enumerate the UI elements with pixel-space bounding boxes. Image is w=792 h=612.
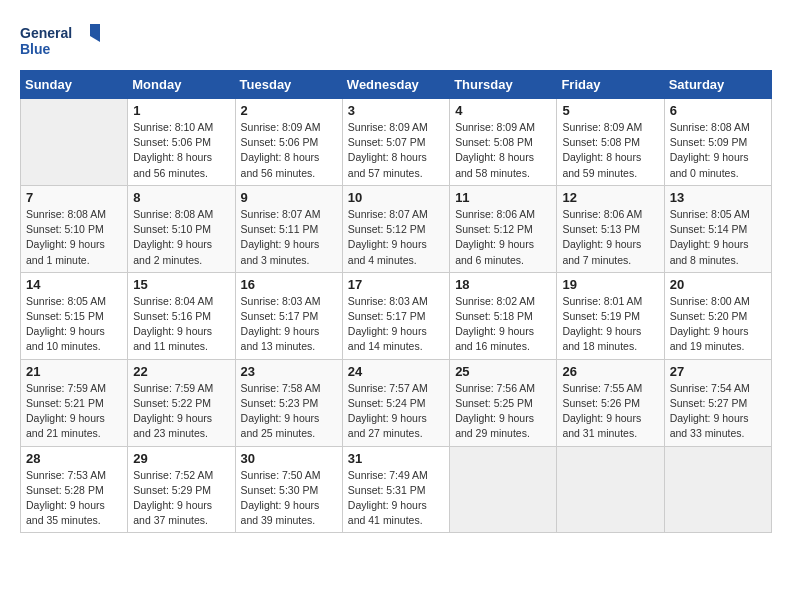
calendar-cell: 13Sunrise: 8:05 AMSunset: 5:14 PMDayligh…	[664, 185, 771, 272]
day-number: 14	[26, 277, 122, 292]
svg-text:Blue: Blue	[20, 41, 51, 57]
cell-info: Sunrise: 7:55 AMSunset: 5:26 PMDaylight:…	[562, 381, 658, 442]
day-number: 18	[455, 277, 551, 292]
calendar-week-row: 14Sunrise: 8:05 AMSunset: 5:15 PMDayligh…	[21, 272, 772, 359]
day-number: 6	[670, 103, 766, 118]
day-number: 7	[26, 190, 122, 205]
cell-info: Sunrise: 8:00 AMSunset: 5:20 PMDaylight:…	[670, 294, 766, 355]
calendar-cell: 29Sunrise: 7:52 AMSunset: 5:29 PMDayligh…	[128, 446, 235, 533]
calendar-cell: 23Sunrise: 7:58 AMSunset: 5:23 PMDayligh…	[235, 359, 342, 446]
weekday-header-saturday: Saturday	[664, 71, 771, 99]
cell-info: Sunrise: 7:49 AMSunset: 5:31 PMDaylight:…	[348, 468, 444, 529]
day-number: 22	[133, 364, 229, 379]
calendar-cell	[450, 446, 557, 533]
cell-info: Sunrise: 8:01 AMSunset: 5:19 PMDaylight:…	[562, 294, 658, 355]
calendar-cell: 17Sunrise: 8:03 AMSunset: 5:17 PMDayligh…	[342, 272, 449, 359]
calendar-cell: 6Sunrise: 8:08 AMSunset: 5:09 PMDaylight…	[664, 99, 771, 186]
day-number: 13	[670, 190, 766, 205]
day-number: 27	[670, 364, 766, 379]
day-number: 10	[348, 190, 444, 205]
cell-info: Sunrise: 7:52 AMSunset: 5:29 PMDaylight:…	[133, 468, 229, 529]
day-number: 28	[26, 451, 122, 466]
calendar-cell: 11Sunrise: 8:06 AMSunset: 5:12 PMDayligh…	[450, 185, 557, 272]
calendar-cell: 31Sunrise: 7:49 AMSunset: 5:31 PMDayligh…	[342, 446, 449, 533]
cell-info: Sunrise: 8:07 AMSunset: 5:11 PMDaylight:…	[241, 207, 337, 268]
svg-marker-2	[90, 24, 100, 42]
day-number: 9	[241, 190, 337, 205]
day-number: 20	[670, 277, 766, 292]
day-number: 26	[562, 364, 658, 379]
calendar-cell: 3Sunrise: 8:09 AMSunset: 5:07 PMDaylight…	[342, 99, 449, 186]
day-number: 4	[455, 103, 551, 118]
calendar-cell	[21, 99, 128, 186]
weekday-header-tuesday: Tuesday	[235, 71, 342, 99]
day-number: 3	[348, 103, 444, 118]
calendar-cell: 24Sunrise: 7:57 AMSunset: 5:24 PMDayligh…	[342, 359, 449, 446]
calendar-cell: 21Sunrise: 7:59 AMSunset: 5:21 PMDayligh…	[21, 359, 128, 446]
cell-info: Sunrise: 7:53 AMSunset: 5:28 PMDaylight:…	[26, 468, 122, 529]
cell-info: Sunrise: 7:54 AMSunset: 5:27 PMDaylight:…	[670, 381, 766, 442]
day-number: 19	[562, 277, 658, 292]
day-number: 12	[562, 190, 658, 205]
logo-svg: General Blue	[20, 20, 100, 64]
cell-info: Sunrise: 7:59 AMSunset: 5:21 PMDaylight:…	[26, 381, 122, 442]
day-number: 24	[348, 364, 444, 379]
day-number: 29	[133, 451, 229, 466]
cell-info: Sunrise: 8:07 AMSunset: 5:12 PMDaylight:…	[348, 207, 444, 268]
weekday-header-sunday: Sunday	[21, 71, 128, 99]
cell-info: Sunrise: 8:03 AMSunset: 5:17 PMDaylight:…	[348, 294, 444, 355]
calendar-week-row: 1Sunrise: 8:10 AMSunset: 5:06 PMDaylight…	[21, 99, 772, 186]
calendar-week-row: 21Sunrise: 7:59 AMSunset: 5:21 PMDayligh…	[21, 359, 772, 446]
calendar-cell: 1Sunrise: 8:10 AMSunset: 5:06 PMDaylight…	[128, 99, 235, 186]
calendar-cell: 7Sunrise: 8:08 AMSunset: 5:10 PMDaylight…	[21, 185, 128, 272]
day-number: 8	[133, 190, 229, 205]
day-number: 1	[133, 103, 229, 118]
cell-info: Sunrise: 8:06 AMSunset: 5:12 PMDaylight:…	[455, 207, 551, 268]
calendar-cell: 9Sunrise: 8:07 AMSunset: 5:11 PMDaylight…	[235, 185, 342, 272]
calendar-week-row: 28Sunrise: 7:53 AMSunset: 5:28 PMDayligh…	[21, 446, 772, 533]
weekday-header-monday: Monday	[128, 71, 235, 99]
logo: General Blue	[20, 20, 100, 64]
calendar-cell: 19Sunrise: 8:01 AMSunset: 5:19 PMDayligh…	[557, 272, 664, 359]
cell-info: Sunrise: 7:57 AMSunset: 5:24 PMDaylight:…	[348, 381, 444, 442]
calendar-cell: 14Sunrise: 8:05 AMSunset: 5:15 PMDayligh…	[21, 272, 128, 359]
calendar-cell: 2Sunrise: 8:09 AMSunset: 5:06 PMDaylight…	[235, 99, 342, 186]
calendar-body: 1Sunrise: 8:10 AMSunset: 5:06 PMDaylight…	[21, 99, 772, 533]
calendar-cell: 26Sunrise: 7:55 AMSunset: 5:26 PMDayligh…	[557, 359, 664, 446]
calendar-cell: 28Sunrise: 7:53 AMSunset: 5:28 PMDayligh…	[21, 446, 128, 533]
calendar-cell	[664, 446, 771, 533]
calendar-cell: 25Sunrise: 7:56 AMSunset: 5:25 PMDayligh…	[450, 359, 557, 446]
day-number: 17	[348, 277, 444, 292]
cell-info: Sunrise: 7:58 AMSunset: 5:23 PMDaylight:…	[241, 381, 337, 442]
cell-info: Sunrise: 8:09 AMSunset: 5:06 PMDaylight:…	[241, 120, 337, 181]
calendar-cell: 4Sunrise: 8:09 AMSunset: 5:08 PMDaylight…	[450, 99, 557, 186]
cell-info: Sunrise: 8:03 AMSunset: 5:17 PMDaylight:…	[241, 294, 337, 355]
calendar-cell	[557, 446, 664, 533]
cell-info: Sunrise: 8:04 AMSunset: 5:16 PMDaylight:…	[133, 294, 229, 355]
calendar-cell: 22Sunrise: 7:59 AMSunset: 5:22 PMDayligh…	[128, 359, 235, 446]
calendar-cell: 15Sunrise: 8:04 AMSunset: 5:16 PMDayligh…	[128, 272, 235, 359]
weekday-header-friday: Friday	[557, 71, 664, 99]
day-number: 5	[562, 103, 658, 118]
calendar-cell: 18Sunrise: 8:02 AMSunset: 5:18 PMDayligh…	[450, 272, 557, 359]
cell-info: Sunrise: 8:08 AMSunset: 5:10 PMDaylight:…	[133, 207, 229, 268]
cell-info: Sunrise: 8:09 AMSunset: 5:08 PMDaylight:…	[562, 120, 658, 181]
calendar-cell: 5Sunrise: 8:09 AMSunset: 5:08 PMDaylight…	[557, 99, 664, 186]
day-number: 2	[241, 103, 337, 118]
day-number: 15	[133, 277, 229, 292]
day-number: 16	[241, 277, 337, 292]
cell-info: Sunrise: 7:56 AMSunset: 5:25 PMDaylight:…	[455, 381, 551, 442]
day-number: 21	[26, 364, 122, 379]
cell-info: Sunrise: 8:05 AMSunset: 5:15 PMDaylight:…	[26, 294, 122, 355]
cell-info: Sunrise: 8:05 AMSunset: 5:14 PMDaylight:…	[670, 207, 766, 268]
day-number: 11	[455, 190, 551, 205]
calendar-cell: 12Sunrise: 8:06 AMSunset: 5:13 PMDayligh…	[557, 185, 664, 272]
calendar-cell: 10Sunrise: 8:07 AMSunset: 5:12 PMDayligh…	[342, 185, 449, 272]
weekday-header-thursday: Thursday	[450, 71, 557, 99]
cell-info: Sunrise: 8:09 AMSunset: 5:08 PMDaylight:…	[455, 120, 551, 181]
cell-info: Sunrise: 7:59 AMSunset: 5:22 PMDaylight:…	[133, 381, 229, 442]
cell-info: Sunrise: 8:02 AMSunset: 5:18 PMDaylight:…	[455, 294, 551, 355]
cell-info: Sunrise: 8:08 AMSunset: 5:09 PMDaylight:…	[670, 120, 766, 181]
day-number: 31	[348, 451, 444, 466]
calendar-cell: 20Sunrise: 8:00 AMSunset: 5:20 PMDayligh…	[664, 272, 771, 359]
